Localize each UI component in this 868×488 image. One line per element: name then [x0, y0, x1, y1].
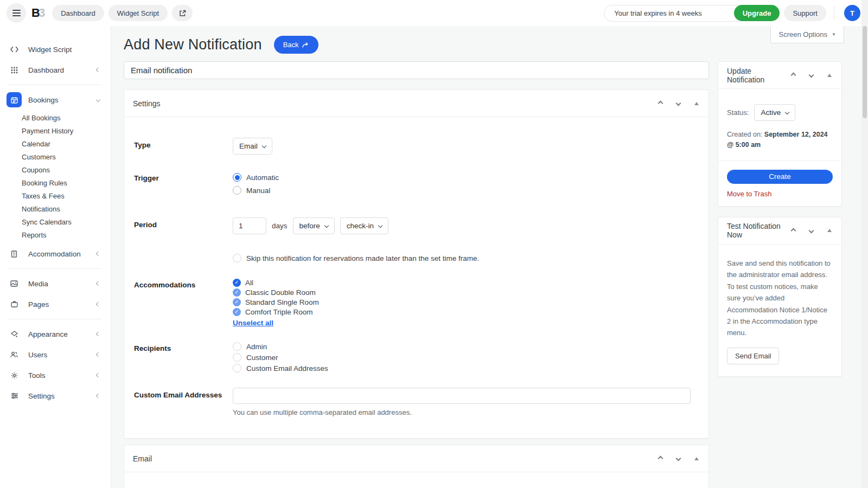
move-panel-down-icon[interactable]: [675, 455, 685, 461]
send-email-button[interactable]: Send Email: [727, 348, 779, 364]
type-select[interactable]: Email: [233, 138, 272, 155]
trigger-label: Trigger: [134, 171, 233, 182]
type-label: Type: [134, 138, 233, 149]
custom-email-input[interactable]: [233, 388, 691, 404]
chevron-left-icon: [96, 373, 100, 377]
sidebar-subitem-payment-history[interactable]: Payment History: [22, 124, 103, 137]
chevron-down-icon: [785, 110, 789, 114]
accommodation-option-label: All: [245, 279, 253, 287]
sidebar-item-appearance[interactable]: Appearance: [7, 324, 103, 344]
period-event-select[interactable]: check-in: [340, 217, 388, 234]
hamburger-menu-icon[interactable]: [7, 3, 26, 23]
nav-dashboard-button[interactable]: Dashboard: [52, 5, 104, 21]
sidebar-subitem-sync-calendars[interactable]: Sync Calendars: [22, 215, 103, 228]
sidebar-subitem-all-bookings[interactable]: All Bookings: [22, 111, 103, 124]
app-logo: B3: [31, 6, 44, 20]
sidebar-subitem-booking-rules[interactable]: Booking Rules: [22, 176, 103, 189]
checkbox-checked-icon: ✓: [233, 288, 241, 297]
skip-checkbox[interactable]: Skip this notification for reservations …: [233, 254, 479, 262]
nav-dashboard-label: Dashboard: [61, 9, 95, 17]
email-panel: Email: [124, 445, 709, 488]
move-panel-up-icon[interactable]: [790, 72, 800, 78]
accommodation-all-checkbox[interactable]: ✓ All: [233, 278, 319, 287]
settings-panel-body: Type Email Trigger: [124, 117, 709, 438]
page-scrollbar[interactable]: [861, 0, 868, 488]
paint-icon: [7, 326, 22, 342]
sidebar-subitem-taxes-fees[interactable]: Taxes & Fees: [22, 189, 103, 202]
move-panel-up-icon[interactable]: [658, 100, 667, 106]
upgrade-button[interactable]: Upgrade: [734, 5, 780, 21]
sidebar-item-settings[interactable]: Settings: [7, 386, 103, 406]
chevron-down-icon: [96, 98, 100, 102]
notification-title-input[interactable]: [124, 61, 709, 79]
trigger-automatic-radio[interactable]: Automatic: [233, 171, 279, 184]
sidebar-item-accommodation[interactable]: Accommodation: [7, 243, 103, 264]
update-panel-title: Update Notification: [727, 67, 790, 84]
sliders-icon: [7, 388, 22, 403]
back-button[interactable]: Back: [274, 36, 318, 54]
sidebar-subitem-customers[interactable]: Customers: [22, 150, 103, 163]
skip-label: Skip this notification for reservations …: [246, 254, 479, 262]
recipient-customer-radio[interactable]: Customer: [233, 352, 328, 363]
move-panel-down-icon[interactable]: [675, 100, 685, 106]
accommodation-comfort-triple-checkbox[interactable]: ✓ Comfort Triple Room: [233, 307, 319, 317]
test-panel-description: Save and send this notification to the a…: [727, 258, 833, 339]
checkbox-unchecked-icon: [233, 254, 241, 262]
user-avatar[interactable]: T: [844, 5, 860, 21]
collapse-panel-icon[interactable]: [826, 228, 833, 233]
topbar: B3 Dashboard Widget Script Your trial ex…: [0, 0, 868, 26]
page-header: Add New Notification Back: [124, 36, 861, 54]
sidebar-divider: [8, 268, 102, 269]
sidebar-item-media[interactable]: Media: [7, 273, 103, 294]
collapse-panel-icon[interactable]: [693, 456, 700, 461]
status-select[interactable]: Active: [754, 104, 795, 121]
accommodation-standard-single-checkbox[interactable]: ✓ Standard Single Room: [233, 297, 319, 307]
sidebar-item-widget-script[interactable]: Widget Script: [7, 39, 103, 60]
sidebar-subitem-calendar[interactable]: Calendar: [22, 137, 103, 150]
move-panel-down-icon[interactable]: [808, 228, 818, 234]
sidebar-item-tools[interactable]: Tools: [7, 365, 103, 386]
custom-email-help-text: You can use multiple comma-separated ema…: [233, 408, 691, 416]
radio-unchecked-icon: [233, 186, 241, 195]
test-panel-header: Test Notification Now: [718, 217, 841, 245]
move-panel-up-icon[interactable]: [790, 228, 800, 234]
period-relation-select[interactable]: before: [293, 217, 335, 234]
grid-icon: [7, 62, 22, 78]
sidebar-item-pages[interactable]: Pages: [7, 294, 103, 314]
unselect-all-link[interactable]: Unselect all: [233, 319, 273, 327]
collapse-panel-icon[interactable]: [826, 73, 833, 78]
nav-widget-script-button[interactable]: Widget Script: [108, 5, 168, 21]
update-panel-header: Update Notification: [718, 62, 841, 89]
recipient-custom-email-radio[interactable]: Custom Email Addresses: [233, 363, 328, 374]
back-button-label: Back: [283, 41, 299, 49]
move-to-trash-link[interactable]: Move to Trash: [727, 190, 771, 198]
screen-options-button[interactable]: Screen Options ▼: [770, 25, 844, 43]
collapse-panel-icon[interactable]: [693, 101, 700, 106]
create-button[interactable]: Create: [727, 170, 833, 184]
sidebar-item-label: Media: [28, 280, 97, 288]
move-panel-down-icon[interactable]: [808, 72, 818, 78]
checkbox-checked-icon: ✓: [233, 279, 241, 287]
sidebar-item-bookings[interactable]: Bookings: [7, 89, 103, 110]
move-panel-up-icon[interactable]: [658, 455, 667, 461]
external-link-button[interactable]: [172, 5, 193, 21]
settings-panel-title: Settings: [133, 99, 161, 108]
custom-email-label: Custom Email Addresses: [134, 388, 233, 399]
main-content: Screen Options ▼ Add New Notification Ba…: [111, 26, 861, 488]
sidebar-item-label: Settings: [28, 392, 97, 400]
sidebar-subitem-coupons[interactable]: Coupons: [22, 163, 103, 176]
sidebar-subitem-reports[interactable]: Reports: [22, 228, 103, 241]
support-button[interactable]: Support: [784, 5, 826, 21]
support-label: Support: [793, 9, 818, 17]
recipient-admin-radio[interactable]: Admin: [233, 341, 328, 352]
accommodation-classic-double-checkbox[interactable]: ✓ Classic Double Room: [233, 287, 319, 297]
sidebar-item-users[interactable]: Users: [7, 344, 103, 365]
sidebar-item-dashboard[interactable]: Dashboard: [7, 60, 103, 80]
logo-accent: 3: [39, 6, 44, 20]
period-days-input[interactable]: [233, 217, 266, 234]
scrollbar-thumb[interactable]: [863, 26, 867, 118]
trigger-manual-radio[interactable]: Manual: [233, 184, 279, 197]
radio-unchecked-icon: [233, 364, 241, 373]
chevron-down-icon: [262, 143, 266, 147]
sidebar-subitem-notifications[interactable]: Notifications: [22, 202, 103, 215]
